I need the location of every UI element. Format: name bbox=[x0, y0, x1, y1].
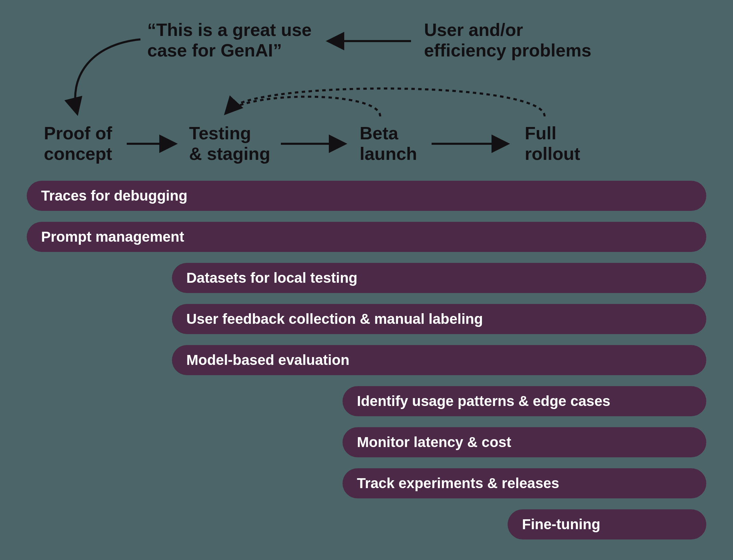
pill-modeleval: Model-based evaluation bbox=[172, 345, 706, 375]
arrow-feedback-full-to-testing bbox=[229, 89, 545, 116]
pill-traces-label: Traces for debugging bbox=[41, 188, 187, 204]
pill-track: Track experiments & releases bbox=[343, 468, 706, 498]
stage-testing: Testing & staging bbox=[189, 123, 270, 164]
stage-beta: Beta launch bbox=[360, 123, 417, 164]
pill-prompt: Prompt management bbox=[27, 222, 706, 252]
pill-finetune: Fine-tuning bbox=[508, 509, 706, 539]
pill-feedback: User feedback collection & manual labeli… bbox=[172, 304, 706, 334]
stage-beta-line2: launch bbox=[360, 144, 417, 164]
stage-full-line1: Full bbox=[525, 123, 556, 143]
pill-patterns-label: Identify usage patterns & edge cases bbox=[357, 393, 610, 409]
pill-finetune-label: Fine-tuning bbox=[522, 516, 600, 533]
stage-full-line2: rollout bbox=[525, 144, 580, 164]
diagram-canvas: “This is a great use case for GenAI” Use… bbox=[0, 0, 733, 560]
stage-poc-line2: concept bbox=[44, 144, 112, 164]
stage-poc: Proof of concept bbox=[44, 123, 112, 164]
problems-line2: efficiency problems bbox=[424, 40, 591, 60]
quote-line1: “This is a great use bbox=[147, 20, 312, 40]
stage-testing-line1: Testing bbox=[189, 123, 251, 143]
pill-traces: Traces for debugging bbox=[27, 181, 706, 211]
stage-poc-line1: Proof of bbox=[44, 123, 112, 143]
pill-patterns: Identify usage patterns & edge cases bbox=[343, 386, 706, 416]
stage-full: Full rollout bbox=[525, 123, 580, 164]
pill-modeleval-label: Model-based evaluation bbox=[186, 352, 349, 368]
pill-datasets-label: Datasets for local testing bbox=[186, 270, 357, 286]
pill-prompt-label: Prompt management bbox=[41, 229, 184, 245]
stage-testing-line2: & staging bbox=[189, 144, 270, 164]
arrow-quote-to-poc bbox=[75, 39, 140, 113]
pill-latency: Monitor latency & cost bbox=[343, 427, 706, 457]
problems-line1: User and/or bbox=[424, 20, 523, 40]
pill-feedback-label: User feedback collection & manual labeli… bbox=[186, 311, 483, 327]
problems-text: User and/or efficiency problems bbox=[424, 20, 591, 61]
arrow-feedback-beta-to-testing bbox=[226, 97, 380, 116]
pill-datasets: Datasets for local testing bbox=[172, 263, 706, 293]
quote-text: “This is a great use case for GenAI” bbox=[147, 20, 312, 61]
pill-latency-label: Monitor latency & cost bbox=[357, 434, 511, 450]
pill-track-label: Track experiments & releases bbox=[357, 475, 559, 492]
stage-beta-line1: Beta bbox=[360, 123, 398, 143]
quote-line2: case for GenAI” bbox=[147, 40, 282, 60]
